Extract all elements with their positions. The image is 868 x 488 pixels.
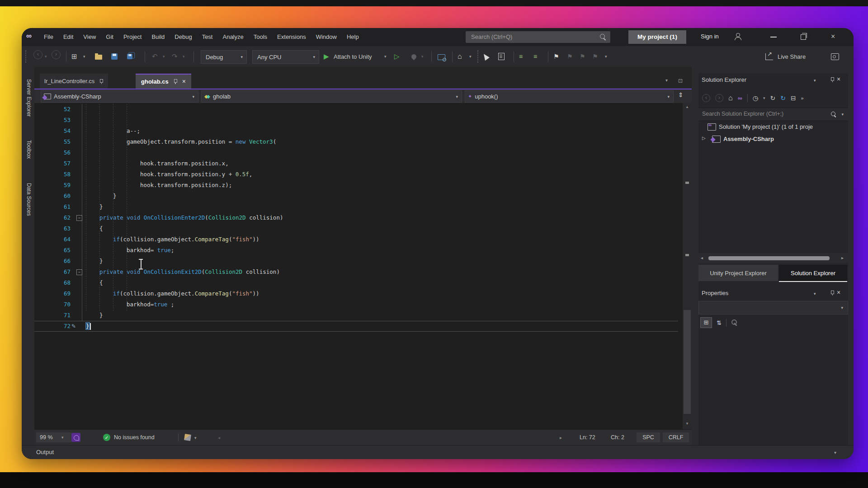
code-line[interactable]: 69if(collision.gameObject.CompareTag("fi… [34, 288, 678, 299]
line-indicator[interactable]: Ln: 72 [580, 432, 595, 442]
code-line[interactable]: 60} [34, 191, 678, 202]
code-line[interactable]: 71} [34, 310, 678, 321]
switch-views-icon[interactable]: ∞ [738, 94, 742, 102]
split-editor-handle[interactable]: ⇕ [678, 91, 684, 99]
new-project-icon[interactable]: ⊞ [71, 50, 77, 63]
pin-icon[interactable] [830, 77, 835, 82]
find-in-files-icon[interactable] [438, 50, 445, 63]
chevron-down-icon[interactable]: ▾ [814, 291, 816, 296]
menu-extensions[interactable]: Extensions [272, 28, 311, 46]
start-debug-icon[interactable]: ▶ [324, 50, 329, 63]
tree-item-solution[interactable]: Solution 'My project (1)' (1 of 1 proje [698, 121, 848, 133]
column-indicator[interactable]: Ch: 2 [611, 432, 624, 442]
restore-button[interactable] [797, 33, 810, 42]
format-document-icon[interactable]: ≡ [533, 50, 537, 63]
user-profile-icon[interactable] [734, 33, 741, 40]
code-line[interactable]: 56 [34, 147, 678, 158]
pin-icon[interactable] [173, 79, 178, 84]
scroll-right-icon[interactable]: ▸ [841, 255, 844, 260]
undo-icon[interactable]: ↶ [152, 50, 158, 63]
code-line[interactable]: 58hook.transform.position.y + 0.5f, [34, 169, 678, 180]
show-all-files-icon[interactable]: ⊟ [791, 94, 796, 102]
menu-analyze[interactable]: Analyze [217, 28, 248, 46]
tree-item-project[interactable]: ▷Assembly-CSharp [698, 133, 848, 145]
active-files-chevron-icon[interactable]: ▾ [665, 78, 668, 83]
menu-test[interactable]: Test [197, 28, 218, 46]
left-tab-toolbox[interactable]: Toolbox [26, 140, 32, 159]
property-pages-icon[interactable] [731, 319, 738, 326]
clear-bookmarks-icon[interactable]: ⚑ [592, 50, 598, 63]
minimize-button[interactable] [767, 33, 780, 42]
scroll-right-icon[interactable]: ▸ [560, 432, 562, 442]
navigate-back-icon[interactable]: ‹ [702, 94, 710, 102]
send-feedback-icon[interactable] [831, 50, 839, 63]
code-line[interactable]: 66} [34, 256, 678, 267]
document-outline-icon[interactable] [498, 50, 505, 63]
code-cleanup-dropdown-icon[interactable]: ▾ [194, 433, 197, 443]
left-tab-server-explorer[interactable]: Server Explorer [26, 79, 32, 117]
menu-window[interactable]: Window [311, 28, 342, 46]
spaces-indicator[interactable]: SPC [637, 432, 660, 442]
alphabetical-sort-icon[interactable]: ⇅ [717, 319, 722, 326]
pin-icon[interactable] [99, 79, 104, 84]
tab-options-icon[interactable]: ⊡ [678, 78, 683, 84]
sign-in-button[interactable]: Sign in [701, 33, 719, 40]
code-line[interactable]: 61} [34, 202, 678, 212]
tab-lr-linecontroller[interactable]: lr_LineController.cs [40, 74, 108, 89]
undo-dropdown-icon[interactable]: ▾ [163, 50, 165, 63]
chevron-down-icon[interactable]: ▾ [763, 96, 765, 100]
navigate-forward-icon[interactable]: › [52, 50, 61, 59]
live-share-icon[interactable] [765, 50, 773, 63]
next-bookmark-icon[interactable]: ⚑ [580, 50, 585, 63]
new-project-dropdown-icon[interactable]: ▾ [83, 50, 85, 63]
toolbar-grip[interactable] [25, 50, 28, 63]
code-line[interactable]: 57hook.transform.position.x, [34, 158, 678, 169]
no-issues-check-icon[interactable]: ✓ [103, 434, 110, 441]
scrollbar-thumb[interactable] [708, 256, 830, 260]
scroll-left-icon[interactable]: ◂ [701, 255, 703, 260]
solution-explorer-home-icon[interactable]: ⌂ [458, 50, 462, 63]
account-button[interactable]: My project (1) [628, 30, 686, 44]
attach-to-unity-button[interactable]: Attach to Unity [334, 50, 372, 63]
categorized-view-icon[interactable]: ⊞ [700, 317, 712, 328]
hot-reload-dropdown-icon[interactable]: ▾ [421, 50, 424, 63]
start-without-debugging-icon[interactable]: ▷ [394, 50, 400, 63]
chevron-down-icon[interactable]: ▾ [814, 78, 816, 83]
output-tool-window-tab[interactable]: Output ▾ [22, 445, 854, 459]
tab-gholab[interactable]: gholab.cs × [136, 74, 191, 89]
toolbar-grip[interactable] [477, 50, 480, 63]
scroll-down-icon[interactable]: ▾ [683, 421, 692, 426]
close-tab-icon[interactable]: × [182, 78, 186, 85]
scrollbar-thumb[interactable] [684, 310, 691, 414]
refresh-icon[interactable]: ↻ [770, 94, 775, 102]
mouse-pointer-icon[interactable] [483, 50, 488, 63]
panel-tab-solution-explorer[interactable]: Solution Explorer [779, 265, 847, 282]
configuration-dropdown[interactable]: Debug ▾ [201, 50, 247, 64]
indent-lines-icon[interactable]: ≡ [519, 50, 523, 63]
navigate-forward-icon[interactable]: › [715, 94, 723, 102]
code-line[interactable]: 67−private void OnCollisionExit2D(Collis… [34, 267, 678, 277]
menu-help[interactable]: Help [342, 28, 364, 46]
panel-tab-unity-project-explorer[interactable]: Unity Project Explorer [698, 265, 779, 281]
menu-file[interactable]: File [39, 28, 58, 46]
left-tab-data-sources[interactable]: Data Sources [26, 183, 32, 216]
member-dropdown[interactable]: ✦ uphook() ▾ [465, 90, 674, 103]
search-input[interactable]: Search (Ctrl+Q) [466, 31, 610, 43]
close-icon[interactable]: × [837, 75, 840, 83]
redo-icon[interactable]: ↷ [172, 50, 178, 63]
menu-build[interactable]: Build [146, 28, 170, 46]
pin-icon[interactable] [830, 290, 835, 296]
scroll-left-icon[interactable]: ◂ [218, 432, 220, 442]
scroll-up-icon[interactable]: ▴ [683, 104, 692, 109]
menu-edit[interactable]: Edit [58, 28, 78, 46]
code-cleanup-icon[interactable] [184, 434, 191, 441]
redo-dropdown-icon[interactable]: ▾ [183, 50, 185, 63]
project-dropdown[interactable]: Assembly-CSharp ▾ [41, 90, 198, 103]
type-dropdown[interactable]: ◆◆ gholab ▾ [201, 90, 462, 103]
platform-dropdown[interactable]: Any CPU ▾ [252, 50, 319, 64]
zoom-dropdown[interactable]: 99 % [36, 432, 71, 442]
line-ending-indicator[interactable]: CRLF [663, 432, 689, 442]
code-line[interactable]: 55gameObject.transform.position = new Ve… [34, 136, 678, 147]
code-line[interactable]: 70barkhod=true ; [34, 299, 678, 310]
solution-horizontal-scrollbar[interactable]: ◂ ▸ [698, 253, 848, 263]
